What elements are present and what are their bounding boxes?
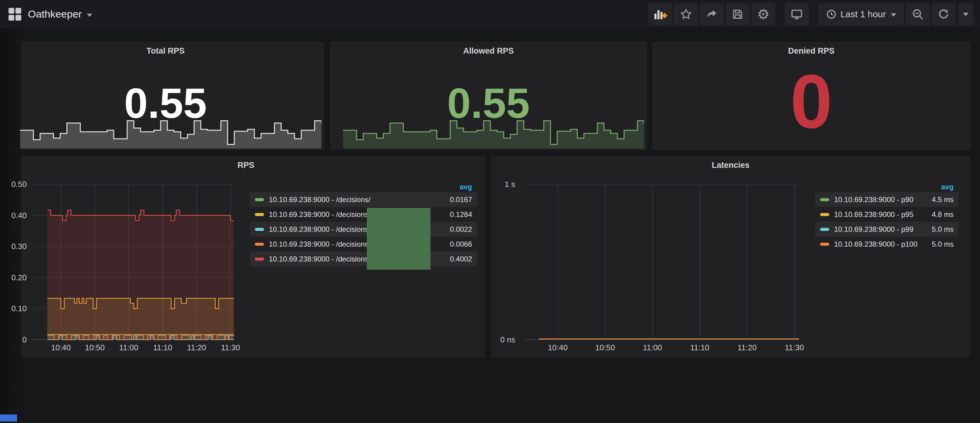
refresh-interval-caret-icon [963, 13, 969, 16]
time-range-picker[interactable]: Last 1 hour [818, 3, 904, 25]
star-icon [679, 8, 692, 21]
share-icon [705, 8, 718, 21]
zoom-out-icon [912, 8, 924, 21]
legend-row[interactable]: 10.10.69.238:9000 - /decisions/0.0167 [250, 192, 477, 207]
x-axis-tick-label: 11:20 [178, 343, 215, 352]
legend-color-swatch[interactable] [255, 228, 264, 231]
x-axis-tick-label: 11:20 [729, 343, 765, 352]
legend-series-label[interactable]: 10.10.69.238:9000 - /decisions/ [269, 240, 371, 249]
zoom-out-button[interactable] [906, 3, 930, 25]
bottom-left-blue-badge [0, 415, 17, 421]
x-axis-tick-label: 11:00 [634, 343, 671, 352]
x-axis-tick-label: 10:50 [77, 343, 113, 352]
stat-value-denied-rps: 0 [653, 64, 970, 140]
x-axis-tick-label: 11:00 [110, 343, 147, 352]
legend-row[interactable]: 10.10.69.238:9000 - p904.5 ms [815, 192, 958, 207]
legend-avg-value: 5.0 ms [928, 240, 954, 249]
latencies-legend: avg10.10.69.238:9000 - p904.5 ms10.10.69… [815, 182, 958, 252]
cycle-view-mode-button[interactable] [785, 3, 808, 25]
legend-series-label[interactable]: 10.10.69.238:9000 - p95 [834, 210, 913, 219]
y-axis-tick-label: 0.30 [8, 242, 27, 251]
legend-row[interactable]: 10.10.69.238:9000 - /decisions/0.1284 [250, 207, 477, 222]
legend-avg-value: 0.4002 [446, 255, 472, 263]
x-axis-tick-label: 11:10 [681, 343, 718, 352]
save-icon [732, 8, 744, 20]
legend-row[interactable]: 10.10.69.238:9000 - p954.8 ms [815, 207, 958, 222]
monitor-icon [791, 8, 803, 21]
navbar-left: Oathkeeper [8, 8, 92, 21]
x-axis-tick-label: 11:30 [212, 343, 249, 352]
legend-series-label[interactable]: 10.10.69.238:9000 - p99 [834, 225, 913, 234]
x-axis-tick-label: 10:40 [539, 343, 576, 352]
panel-title[interactable]: Total RPS [7, 46, 324, 56]
legend-color-swatch[interactable] [820, 198, 829, 201]
x-axis-tick-label: 11:30 [776, 343, 813, 352]
refresh-button[interactable] [932, 3, 955, 25]
legend-row[interactable]: 10.10.69.238:9000 - /decisions/0.0022 [250, 222, 477, 237]
panel-denied-rps: Denied RPS 0 [652, 42, 970, 150]
refresh-icon [937, 8, 950, 21]
refresh-interval-button[interactable] [958, 3, 973, 25]
legend-avg-value: 0.1284 [446, 210, 472, 219]
green-redaction-overlay [367, 208, 431, 270]
legend-avg-value: 0.0022 [446, 225, 472, 234]
rps-legend: avg10.10.69.238:9000 - /decisions/0.0167… [250, 182, 477, 266]
dashboard-dropdown-caret-icon[interactable] [87, 14, 92, 17]
dashboard-grid-icon[interactable] [8, 8, 21, 21]
legend-row[interactable]: 10.10.69.238:9000 - /decisions/0.4002 [250, 252, 477, 266]
settings-button[interactable]: ⚙ [751, 3, 775, 25]
panel-latencies-graph: Latencies avg10.10.69.238:9000 - p904.5 … [491, 156, 970, 357]
legend-series-label[interactable]: 10.10.69.238:9000 - p90 [834, 195, 913, 204]
panel-title[interactable]: Latencies [492, 161, 970, 170]
legend-color-swatch[interactable] [820, 228, 829, 231]
navbar: Oathkeeper [0, 0, 980, 28]
panel-title[interactable]: Allowed RPS [331, 46, 647, 56]
time-range-label: Last 1 hour [840, 9, 886, 19]
x-axis-tick-label: 10:50 [587, 343, 623, 352]
legend-avg-value: 5.0 ms [928, 225, 954, 234]
y-axis-tick-label: 0 [8, 335, 27, 345]
grafana-dashboard: Oathkeeper [0, 0, 980, 423]
legend-avg-header: avg [815, 182, 958, 192]
legend-series-label[interactable]: 10.10.69.238:9000 - /decisions/ [269, 255, 371, 263]
legend-row[interactable]: 10.10.69.238:9000 - p1005.0 ms [815, 237, 958, 252]
legend-row[interactable]: 10.10.69.238:9000 - p995.0 ms [815, 222, 958, 237]
y-axis-tick-label: 0 ns [494, 335, 515, 345]
legend-series-label[interactable]: 10.10.69.238:9000 - /decisions/ [269, 225, 371, 234]
star-button[interactable] [674, 3, 698, 25]
legend-avg-value: 4.8 ms [928, 210, 954, 219]
legend-series-label[interactable]: 10.10.69.238:9000 - p100 [834, 240, 918, 249]
y-axis-tick-label: 0.20 [8, 273, 27, 282]
panel-rps-graph: RPS avg10.10.69.238:9000 - /decisions/0.… [7, 156, 485, 357]
legend-series-label[interactable]: 10.10.69.238:9000 - /decisions/ [269, 210, 371, 219]
legend-color-swatch[interactable] [820, 213, 829, 216]
add-panel-button[interactable] [648, 3, 672, 25]
panel-title[interactable]: RPS [7, 161, 485, 170]
legend-series-label[interactable]: 10.10.69.238:9000 - /decisions/ [269, 195, 371, 204]
legend-color-swatch[interactable] [255, 213, 264, 216]
x-axis-tick-label: 11:10 [145, 343, 181, 352]
legend-avg-header: avg [250, 182, 477, 192]
gear-icon: ⚙ [757, 7, 770, 21]
legend-color-swatch[interactable] [255, 198, 264, 201]
legend-avg-value: 0.0066 [446, 240, 472, 249]
legend-row[interactable]: 10.10.69.238:9000 - /decisions/0.0066 [250, 237, 477, 252]
clock-icon [826, 9, 837, 20]
panel-allowed-rps: Allowed RPS 0.55 [330, 42, 647, 150]
legend-avg-value: 0.0167 [446, 195, 472, 204]
save-button[interactable] [726, 3, 749, 25]
navbar-toolbar: ⚙ Last 1 hour [648, 3, 973, 25]
legend-color-swatch[interactable] [820, 243, 829, 246]
panel-title[interactable]: Denied RPS [653, 46, 970, 56]
dashboard-title[interactable]: Oathkeeper [28, 8, 82, 20]
legend-color-swatch[interactable] [255, 258, 264, 261]
y-axis-tick-label: 0.10 [8, 304, 27, 313]
legend-color-swatch[interactable] [255, 243, 264, 246]
y-axis-tick-label: 0.40 [8, 211, 27, 220]
panel-total-rps: Total RPS 0.55 [7, 42, 324, 150]
y-axis-tick-label: 0.50 [8, 180, 27, 189]
share-button[interactable] [700, 3, 724, 25]
y-axis-tick-label: 1 s [494, 180, 515, 189]
stat-value-total-rps: 0.55 [7, 82, 324, 125]
x-axis-tick-label: 10:40 [43, 343, 79, 352]
